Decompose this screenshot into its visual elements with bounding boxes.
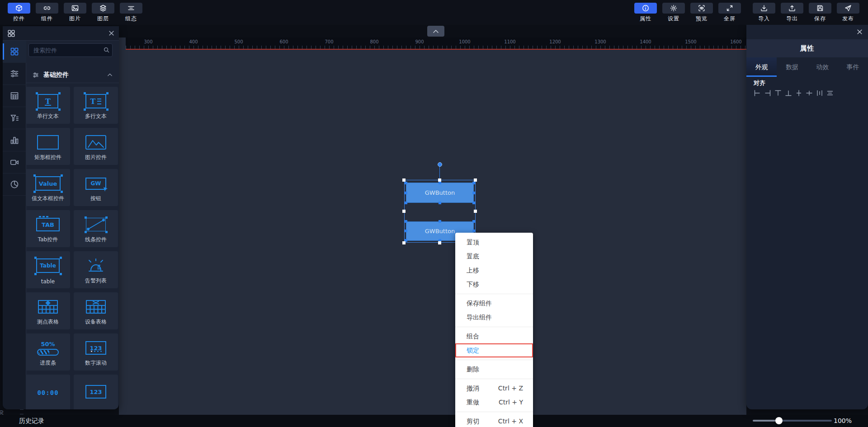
menu-item-save-component[interactable]: 保存组件 <box>455 296 533 310</box>
nav-filter-icon[interactable] <box>3 107 26 129</box>
nav-pie-icon[interactable] <box>3 174 26 196</box>
menu-item-bring-to-front[interactable]: 置顶 <box>455 235 533 249</box>
tab-events[interactable]: 事件 <box>838 57 868 77</box>
component-item-button[interactable]: GW 按钮 <box>74 169 118 206</box>
widget-grid-icon <box>10 47 19 56</box>
ruler-number: 900 <box>410 39 429 44</box>
align-vertical-center-icon[interactable] <box>795 89 802 97</box>
menu-divider <box>455 360 533 360</box>
menu-item-send-to-back[interactable]: 置底 <box>455 249 533 263</box>
frame-handles-icon <box>47 265 49 267</box>
menu-item-cut[interactable]: 剪切Ctrl + X <box>455 414 533 427</box>
app-window: 300 400 500 600 700 800 900 1000 1100 12… <box>0 0 868 427</box>
menu-item-group[interactable]: 组合 <box>455 329 533 343</box>
selection-handles-button-2[interactable] <box>439 230 441 232</box>
toolbar-button-settings[interactable]: 设置 <box>662 3 685 23</box>
toolbar-button-images[interactable]: 图片 <box>64 3 86 23</box>
component-item-progress-bar[interactable]: 50% 进度条 <box>26 333 70 371</box>
top-toolbar: 控件 组件 图片 图层 组态 属性 设置 预览 <box>0 0 868 25</box>
component-item-single-line-text[interactable]: T 单行文本 <box>26 87 70 124</box>
import-icon <box>760 5 768 12</box>
component-item-device-table[interactable]: 设备表格 <box>74 292 118 329</box>
progress-pill-icon <box>37 349 59 356</box>
text-lines-glyph <box>97 99 101 104</box>
component-item-time-display[interactable]: 00:00 <box>26 375 70 409</box>
distribute-vertical-icon[interactable] <box>826 89 834 97</box>
selection-handles-group[interactable] <box>438 210 441 213</box>
toolbar-button-widgets[interactable]: 控件 <box>8 3 30 23</box>
nav-widget-grid-icon[interactable] <box>3 41 26 63</box>
menu-item-move-down[interactable]: 下移 <box>455 277 533 291</box>
toolbar-button-fullscreen[interactable]: 全屏 <box>718 3 741 23</box>
text-glyph: TAB <box>42 221 54 228</box>
toolbar-button-preview[interactable]: 预览 <box>690 3 713 23</box>
publish-plane-icon <box>844 5 852 12</box>
component-item-multi-line-text[interactable]: T 多行文本 <box>74 87 118 124</box>
align-top-icon[interactable] <box>774 89 782 97</box>
component-item-table[interactable]: Table table <box>26 251 70 288</box>
pie-chart-icon <box>10 180 19 189</box>
component-item-value-textbox[interactable]: Value 值文本框控件 <box>26 169 70 206</box>
ruler-number: 1600 <box>727 39 745 44</box>
component-item-alarm-list[interactable]: 告警列表 <box>74 251 118 288</box>
menu-item-delete[interactable]: 删除 <box>455 362 533 376</box>
menu-item-redo[interactable]: 重做Ctrl + Y <box>455 395 533 409</box>
collapse-ruler-button[interactable] <box>427 26 444 37</box>
section-header-basic-widgets[interactable]: 基础控件 <box>26 67 119 83</box>
toolbar-button-publish[interactable]: 发布 <box>837 3 859 23</box>
close-icon[interactable] <box>108 30 114 36</box>
ruler-number: 500 <box>230 39 248 44</box>
component-item-number-scroll[interactable]: 123 数字滚动 <box>74 333 118 371</box>
toolbar-button-layers[interactable]: 图层 <box>92 3 114 23</box>
sliders-icon <box>10 69 19 78</box>
ruler-tick-marks <box>126 46 746 49</box>
widget-tile-grid: T 单行文本 T 多行文本 矩形框控件 图片控件 <box>26 87 119 409</box>
align-right-icon[interactable] <box>764 89 771 97</box>
history-panel-label[interactable]: 历史记录 <box>19 417 44 425</box>
align-bottom-icon[interactable] <box>785 89 792 97</box>
menu-divider <box>455 379 533 379</box>
tab-animation[interactable]: 动效 <box>807 57 838 77</box>
align-left-icon[interactable] <box>754 89 761 97</box>
component-item-tab[interactable]: TAB Tab控件 <box>26 210 70 247</box>
selection-handles-button-1[interactable] <box>439 192 441 194</box>
ruler-number: 700 <box>320 39 338 44</box>
component-item-measure-point-table[interactable]: 测点表格 <box>26 292 70 329</box>
tab-appearance[interactable]: 外观 <box>746 57 777 77</box>
alarm-bell-icon <box>86 258 105 274</box>
cursor-icon <box>103 187 108 192</box>
cube-icon <box>15 5 23 12</box>
toolbar-button-export[interactable]: 导出 <box>781 3 803 23</box>
component-item-rectangle[interactable]: 矩形框控件 <box>26 128 70 165</box>
palette-nav-strip <box>3 41 26 409</box>
tab-data[interactable]: 数据 <box>777 57 807 77</box>
toolbar-button-save[interactable]: 保存 <box>809 3 831 23</box>
zoom-slider-track[interactable] <box>779 420 832 422</box>
search-input[interactable] <box>28 43 113 57</box>
distribute-horizontal-icon[interactable] <box>816 89 823 97</box>
ruler-number: 1500 <box>682 39 700 44</box>
search-icon <box>103 47 110 53</box>
toolbar-button-properties[interactable]: 属性 <box>634 3 657 23</box>
nav-video-icon[interactable] <box>3 151 26 174</box>
toolbar-button-import[interactable]: 导入 <box>753 3 775 23</box>
zoom-slider-knob[interactable] <box>775 417 783 424</box>
toolbar-button-components[interactable]: 组件 <box>36 3 58 23</box>
close-icon[interactable] <box>857 29 863 35</box>
rotation-handle[interactable] <box>438 162 442 167</box>
nav-sliders-icon[interactable] <box>3 63 26 85</box>
palette-header <box>3 26 119 41</box>
menu-item-lock[interactable]: 锁定 <box>455 343 533 357</box>
frame-handles-icon <box>95 224 97 226</box>
align-horizontal-center-icon[interactable] <box>806 89 813 97</box>
component-item-number-display[interactable]: 123 <box>74 375 118 409</box>
menu-item-undo[interactable]: 撤消Ctrl + Z <box>455 381 533 395</box>
nav-chart-icon[interactable] <box>3 129 26 151</box>
nav-table-icon[interactable] <box>3 85 26 107</box>
menu-item-export-component[interactable]: 导出组件 <box>455 310 533 324</box>
component-item-image[interactable]: 图片控件 <box>74 128 118 165</box>
menu-item-move-up[interactable]: 上移 <box>455 263 533 277</box>
toolbar-button-configuration[interactable]: 组态 <box>120 3 142 23</box>
menu-divider <box>455 327 533 327</box>
component-item-line[interactable]: 线条控件 <box>74 210 118 247</box>
